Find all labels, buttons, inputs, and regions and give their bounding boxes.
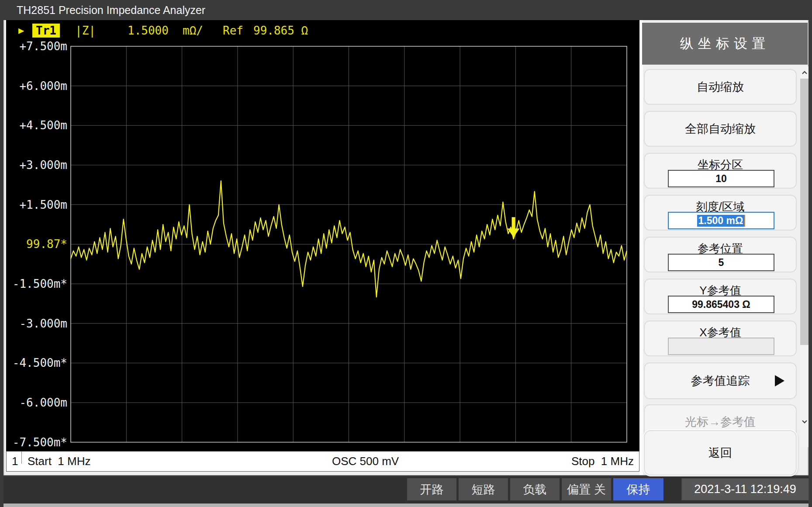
osc-level-label: OSC 500 mV <box>332 452 399 471</box>
divisions-input[interactable]: 10 <box>668 170 774 187</box>
scale-per-div-group: 刻度/区域 1.500 mΩ <box>644 195 797 231</box>
statusbar-button-5[interactable]: 保持 <box>613 478 663 500</box>
scale-per-div-input[interactable]: 1.500 mΩ <box>668 212 774 229</box>
panel-scrollbar-thumb[interactable] <box>800 79 809 345</box>
y-axis-label: +6.000m <box>6 80 67 92</box>
autoscale-button[interactable]: 自动缩放 <box>644 69 797 105</box>
x-ref-value-input[interactable] <box>668 338 774 355</box>
ref-position-input[interactable]: 5 <box>668 254 774 271</box>
ref-track-label: 参考值追踪 <box>691 373 750 389</box>
trace-ref-value: 99.865 Ω <box>253 24 308 38</box>
x-ref-value-group: X参考值 <box>644 321 797 356</box>
window-bottom-edge <box>3 504 809 507</box>
content-area: ▶ Tr1 |Z| 1.5000 mΩ/ Ref 99.865 Ω +7.500… <box>3 20 809 504</box>
selected-text: 1.500 mΩ <box>697 215 746 227</box>
y-ref-value-input[interactable]: 99.865403 Ω <box>668 296 774 313</box>
datetime-display: 2021-3-11 12:19:49 <box>681 478 809 500</box>
y-ref-value-group: Y参考值 99.865403 Ω <box>644 279 797 314</box>
panel-divider <box>639 20 643 475</box>
instrument-window: TH2851 Precision Impedance Analyzer ▶ Tr… <box>0 0 812 507</box>
start-frequency-label: Start 1 MHz <box>28 452 90 471</box>
submenu-arrow-icon <box>775 375 784 386</box>
scroll-up-button[interactable] <box>800 67 809 79</box>
statusbar-button-1[interactable]: 开路 <box>407 478 456 500</box>
y-axis-label: -7.500m* <box>6 437 67 448</box>
chevron-down-icon <box>802 418 808 424</box>
ref-track-button[interactable]: 参考值追踪 <box>644 362 797 399</box>
y-axis-label: -3.000m <box>6 318 67 329</box>
trace-legend: ▶ Tr1 |Z| 1.5000 mΩ/ Ref 99.865 Ω <box>6 24 639 38</box>
autoscale-all-button[interactable]: 全部自动缩放 <box>644 111 797 147</box>
ref-position-group: 参考位置 5 <box>644 237 797 272</box>
scroll-down-button[interactable] <box>800 416 809 427</box>
plot-area: ▶ Tr1 |Z| 1.5000 mΩ/ Ref 99.865 Ω +7.500… <box>6 20 639 451</box>
trace-ref-label: Ref <box>223 24 243 38</box>
active-trace-arrow-icon: ▶ <box>18 24 24 38</box>
marker-number: 1 <box>12 452 18 471</box>
statusbar-button-3[interactable]: 负载 <box>510 478 560 500</box>
trace-scale-unit: mΩ/ <box>183 24 203 38</box>
marker-1-down-arrow-icon[interactable] <box>508 217 520 237</box>
trace-parameter: |Z| <box>75 24 96 38</box>
y-axis-label: +4.500m <box>6 120 67 131</box>
trace-scale-value: 1.5000 <box>128 24 169 38</box>
statusbar-button-2[interactable]: 短路 <box>459 478 508 500</box>
x-axis-strip: 1 Start 1 MHz OSC 500 mV Stop 1 MHz <box>6 451 639 472</box>
title-bar: TH2851 Precision Impedance Analyzer <box>0 0 812 20</box>
back-button[interactable]: 返回 <box>644 430 797 476</box>
y-axis-label: 99.87* <box>6 238 67 250</box>
y-axis-label: -6.000m <box>6 397 67 408</box>
statusbar-button-4[interactable]: 偏置 关 <box>562 478 611 500</box>
status-bar: 开路短路负载偏置 关保持2021-3-11 12:19:49 <box>3 475 809 504</box>
y-axis-label: +3.000m <box>6 159 67 171</box>
window-title: TH2851 Precision Impedance Analyzer <box>17 0 205 20</box>
divisions-group: 坐标分区 10 <box>644 153 797 189</box>
trace-id-chip[interactable]: Tr1 <box>32 24 60 38</box>
y-axis-label: -4.500m* <box>6 357 67 369</box>
marker-number-divider <box>21 452 22 464</box>
panel-title: 纵坐标设置 <box>642 23 808 65</box>
y-axis-label: +1.500m <box>6 199 67 210</box>
chevron-up-icon <box>802 70 808 76</box>
y-axis-label: -1.500m* <box>6 278 67 290</box>
stop-frequency-label: Stop 1 MHz <box>571 452 634 471</box>
graticule-and-trace <box>6 20 639 451</box>
y-axis-label: +7.500m <box>6 41 67 52</box>
